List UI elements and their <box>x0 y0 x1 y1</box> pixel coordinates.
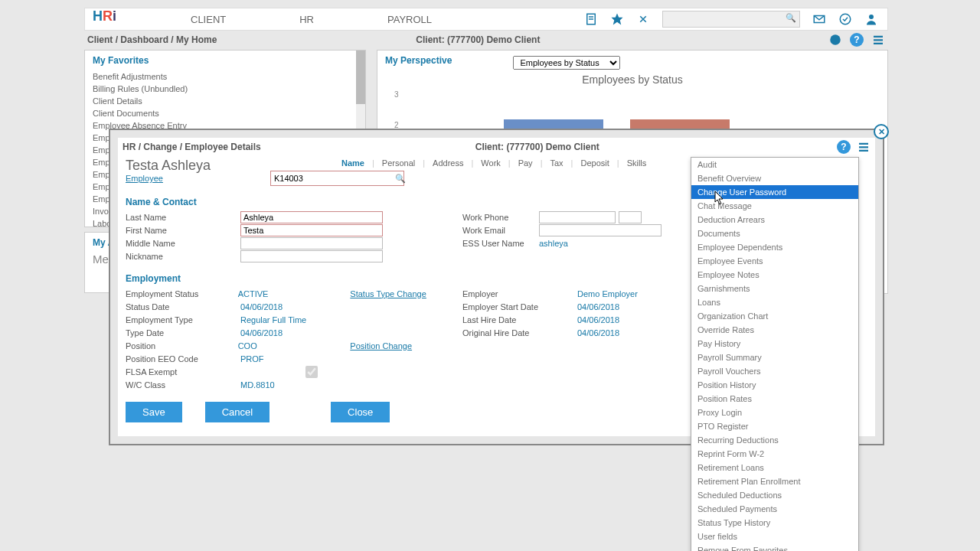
global-search[interactable]: 🔍 <box>662 11 800 28</box>
tab-work[interactable]: Work <box>476 158 505 168</box>
context-menu: AuditBenefit OverviewChange User Passwor… <box>691 157 859 551</box>
ctx-item[interactable]: User fields <box>691 530 858 543</box>
tab-skills[interactable]: Skills <box>622 158 652 168</box>
ctx-item[interactable]: Deduction Arrears <box>691 213 858 227</box>
user-icon[interactable] <box>864 12 878 26</box>
ctx-item[interactable]: Employee Events <box>691 254 858 268</box>
nav-payroll[interactable]: PAYROLL <box>351 14 469 25</box>
nickname-input[interactable] <box>240 250 383 262</box>
close-button[interactable]: Close <box>331 402 390 422</box>
logo: HRi <box>93 8 146 30</box>
menu-icon[interactable] <box>871 33 885 47</box>
employee-id-input[interactable] <box>270 171 404 186</box>
ctx-item[interactable]: Employee Notes <box>691 268 858 282</box>
svg-point-5 <box>840 14 851 24</box>
ctx-item[interactable]: Proxy Login <box>691 406 858 419</box>
ctx-item[interactable]: Change User Password <box>691 185 858 199</box>
tab-pay[interactable]: Pay <box>514 158 537 168</box>
nav-hr[interactable]: HR <box>263 14 351 25</box>
ctx-item[interactable]: Garnishments <box>691 282 858 295</box>
ctx-item[interactable]: Recurring Deductions <box>691 433 858 447</box>
ctx-item[interactable]: Scheduled Payments <box>691 502 858 516</box>
favorite-item[interactable]: Billing Rules (Unbundled) <box>93 83 358 95</box>
tab-name[interactable]: Name <box>337 158 369 168</box>
ctx-item[interactable]: Position History <box>691 378 858 392</box>
perspective-title: My Perspective <box>385 55 452 66</box>
favorite-item[interactable]: Client Documents <box>93 107 358 119</box>
tab-tax[interactable]: Tax <box>545 158 567 168</box>
lhd-label: Last Hire Date <box>462 315 577 324</box>
help-icon[interactable]: ? <box>850 33 864 47</box>
ctx-item[interactable]: Reprint Form W-2 <box>691 447 858 461</box>
document-icon[interactable] <box>584 12 598 26</box>
middle-name-label: Middle Name <box>126 239 240 248</box>
search-icon: 🔍 <box>786 13 796 23</box>
favorite-item[interactable]: Benefit Adjustments <box>93 70 358 83</box>
ctx-item[interactable]: Position Rates <box>691 392 858 406</box>
svg-rect-12 <box>859 146 868 148</box>
tools-icon[interactable] <box>636 12 650 26</box>
tab-deposit[interactable]: Deposit <box>576 158 613 168</box>
svg-rect-13 <box>859 150 868 152</box>
ctx-item[interactable]: Benefit Overview <box>691 171 858 185</box>
first-name-label: First Name <box>126 226 240 235</box>
svg-rect-9 <box>874 39 883 41</box>
wemail-input[interactable] <box>539 224 662 236</box>
status-change-link[interactable]: Status Type Change <box>350 289 462 298</box>
ctx-item[interactable]: Override Rates <box>691 323 858 337</box>
etype-label: Employment Type <box>126 315 240 324</box>
modal-close[interactable]: ✕ <box>874 124 889 139</box>
ctx-item[interactable]: Status Type History <box>691 516 858 530</box>
ctx-item[interactable]: Payroll Summary <box>691 350 858 364</box>
ohd-value: 04/06/2018 <box>577 328 692 337</box>
ctx-item[interactable]: Loans <box>691 295 858 309</box>
ctx-item[interactable]: Chat Message <box>691 199 858 213</box>
cancel-button[interactable]: Cancel <box>205 402 270 422</box>
ctx-item[interactable]: Pay History <box>691 337 858 350</box>
svg-point-6 <box>869 15 874 19</box>
esd-label: Employer Start Date <box>462 302 577 311</box>
ctx-item[interactable]: Remove From Favorites <box>691 543 858 551</box>
perspective-select[interactable]: Employees by Status <box>513 56 620 70</box>
svg-rect-11 <box>859 143 868 145</box>
ctx-item[interactable]: Scheduled Deductions <box>691 488 858 502</box>
check-icon[interactable] <box>838 12 852 26</box>
pos-change-link[interactable]: Position Change <box>350 341 462 350</box>
tab-address[interactable]: Address <box>428 158 468 168</box>
favorite-item[interactable]: Client Details <box>93 95 358 107</box>
flsa-checkbox[interactable] <box>240 366 383 378</box>
pos-label: Position <box>126 341 238 350</box>
ctx-item[interactable]: Payroll Vouchers <box>691 364 858 378</box>
employer-value: Demo Employer <box>577 289 692 298</box>
wphone-input[interactable] <box>539 211 616 223</box>
modal-help-icon[interactable]: ? <box>837 140 851 154</box>
star-icon[interactable] <box>610 12 624 26</box>
mail-icon[interactable] <box>812 12 826 26</box>
eeo-value: PROF <box>240 354 355 364</box>
last-name-input[interactable] <box>240 211 383 223</box>
tdate-value: 04/06/2018 <box>240 328 355 337</box>
ctx-item[interactable]: Documents <box>691 227 858 240</box>
chat-icon[interactable] <box>828 33 842 47</box>
nav-client[interactable]: CLIENT <box>154 14 263 25</box>
ctx-item[interactable]: Employee Dependents <box>691 240 858 254</box>
breadcrumb-client: Client: (777700) Demo Client <box>416 34 540 45</box>
tab-personal[interactable]: Personal <box>377 158 420 168</box>
sdate-label: Status Date <box>126 302 240 311</box>
lookup-icon[interactable]: 🔍 <box>395 174 406 184</box>
wc-label: W/C Class <box>126 380 240 390</box>
ctx-item[interactable]: PTO Register <box>691 419 858 433</box>
ctx-item[interactable]: Retirement Loans <box>691 461 858 474</box>
ctx-item[interactable]: Retirement Plan Enrollment <box>691 474 858 488</box>
ctx-item[interactable]: Audit <box>691 158 858 171</box>
employee-link[interactable]: Employee <box>126 174 163 183</box>
save-button[interactable]: Save <box>126 402 182 422</box>
lhd-value: 04/06/2018 <box>577 315 692 324</box>
modal-menu-icon[interactable] <box>857 140 871 154</box>
ctx-item[interactable]: Organization Chart <box>691 309 858 323</box>
tdate-label: Type Date <box>126 328 240 337</box>
wphone-label: Work Phone <box>462 213 539 222</box>
first-name-input[interactable] <box>240 224 383 236</box>
middle-name-input[interactable] <box>240 237 383 249</box>
wphone-ext-input[interactable] <box>619 211 642 223</box>
